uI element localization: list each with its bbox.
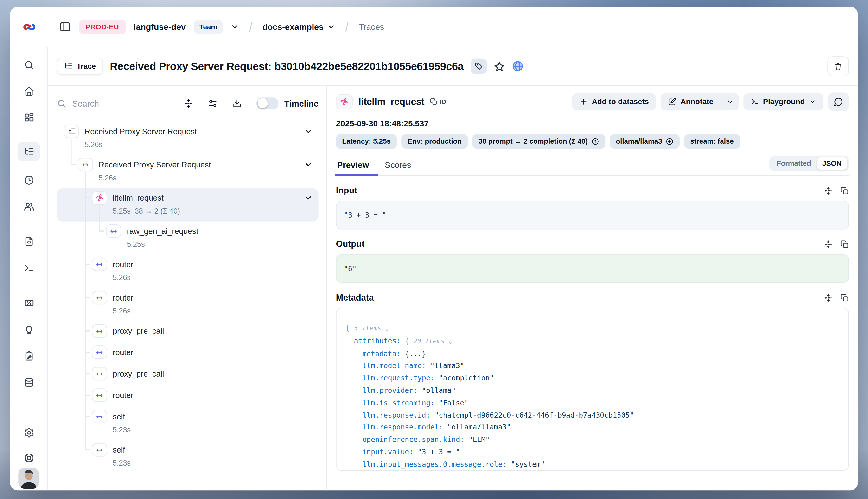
collapse-input-button[interactable] xyxy=(824,186,832,195)
span-search-input[interactable] xyxy=(72,98,134,108)
nav-tracing[interactable] xyxy=(17,142,40,161)
star-icon xyxy=(493,61,505,72)
json-value[interactable]: ⌄ xyxy=(381,325,389,332)
tree-row-router[interactable]: router5.26s xyxy=(57,288,319,321)
tree-row-Received Proxy Server Request[interactable]: Received Proxy Server Request5.26s xyxy=(57,155,319,188)
chevron-down-icon[interactable] xyxy=(304,160,313,169)
copy-input-button[interactable] xyxy=(840,186,849,195)
nav-annotation-queues[interactable] xyxy=(17,347,40,366)
nav-dashboards[interactable] xyxy=(17,108,40,127)
latency-badge[interactable]: Latency: 5.25s xyxy=(336,134,397,149)
tree-row-raw-gen-ai-request[interactable]: raw_gen_ai_request5.25s xyxy=(57,222,319,255)
badge-label: ollama/llama3 xyxy=(616,138,662,146)
format-option-json[interactable]: JSON xyxy=(817,157,847,170)
breadcrumb-section[interactable]: Traces xyxy=(359,22,384,32)
tag-button[interactable] xyxy=(470,59,487,74)
annotate-menu-button[interactable] xyxy=(721,93,739,111)
chevron-down-icon xyxy=(726,98,734,105)
nav-support[interactable] xyxy=(17,448,40,467)
tab-scores[interactable]: Scores xyxy=(384,157,412,175)
nav-playground[interactable] xyxy=(17,258,40,277)
plus-circle-icon[interactable] xyxy=(665,138,673,146)
collapse-metadata-button[interactable] xyxy=(824,293,832,302)
json-line: llm.request.type: "acompletion" xyxy=(345,372,839,385)
org-chevron-down-icon[interactable] xyxy=(231,23,239,31)
tree-row-duration: 5.25s 38 → 2 (Σ 40) xyxy=(113,206,180,217)
comments-button[interactable] xyxy=(828,93,849,111)
trace-type-badge[interactable]: Trace xyxy=(57,58,103,75)
json-value[interactable]: 20 Items xyxy=(413,337,444,345)
json-value: "system" xyxy=(511,460,545,468)
tree-settings-button[interactable] xyxy=(208,98,218,108)
collapse-output-button[interactable] xyxy=(824,240,832,248)
json-key: openinference.span.kind: xyxy=(362,435,468,444)
tree-row-duration: 5.26s xyxy=(99,172,211,184)
json-value[interactable]: 3 Items xyxy=(354,324,381,332)
org-name[interactable]: langfuse-dev xyxy=(134,22,186,32)
copy-output-button[interactable] xyxy=(840,240,849,248)
tree-row-self[interactable]: self5.23s xyxy=(57,407,319,440)
nav-evaluations[interactable] xyxy=(17,293,40,312)
nav-search[interactable] xyxy=(17,55,40,75)
tree-row-router[interactable]: router5.26s xyxy=(57,255,319,288)
badge-label: 38 prompt → 2 completion (Σ 40) xyxy=(478,138,588,146)
trace-icon xyxy=(64,125,79,138)
desktop-background: PROD-EU langfuse-dev Team / docs-example… xyxy=(0,0,868,499)
langfuse-logo[interactable] xyxy=(22,20,36,34)
nav-home[interactable] xyxy=(17,81,40,100)
copy-metadata-button[interactable] xyxy=(840,293,849,302)
trace-tree: Received Proxy Server Request5.26sReceiv… xyxy=(57,122,319,474)
trace-title: Received Proxy Server Request: b3010b422… xyxy=(110,60,464,73)
tree-row-router[interactable]: router xyxy=(57,386,319,407)
download-button[interactable] xyxy=(232,98,242,108)
nav-datasets[interactable] xyxy=(17,373,40,392)
clock-icon xyxy=(23,174,34,185)
collapse-all-button[interactable] xyxy=(184,98,194,108)
stream-badge[interactable]: stream: false xyxy=(684,134,740,149)
format-option-formatted[interactable]: Formatted xyxy=(771,157,817,170)
trash-icon xyxy=(834,62,843,71)
tree-row-proxy-pre-call[interactable]: proxy_pre_call xyxy=(57,321,319,343)
nav-users[interactable] xyxy=(17,197,40,216)
environment-badge[interactable]: PROD-EU xyxy=(79,20,126,34)
tree-row-proxy-pre-call[interactable]: proxy_pre_call xyxy=(57,364,319,386)
user-avatar[interactable] xyxy=(18,468,39,489)
nav-prompts[interactable] xyxy=(17,232,40,251)
json-value[interactable]: ⌄ xyxy=(444,338,452,345)
tree-row-self[interactable]: self5.23s xyxy=(57,440,319,474)
tree-row-label: self xyxy=(113,443,131,457)
copy-id-button[interactable]: ID xyxy=(430,98,446,105)
search-icon xyxy=(23,59,34,70)
project-name: docs-examples xyxy=(262,22,323,32)
env-badge[interactable]: Env: production xyxy=(402,134,468,149)
breadcrumb-project[interactable]: docs-examples xyxy=(262,22,335,32)
add-to-datasets-button[interactable]: Add to datasets xyxy=(572,93,656,111)
tab-preview[interactable]: Preview xyxy=(336,157,370,175)
chevron-down-icon xyxy=(809,98,816,105)
tree-row-litellm-request[interactable]: litellm_request5.25s 38 → 2 (Σ 40) xyxy=(57,188,319,222)
nav-insights[interactable] xyxy=(17,320,40,340)
sidebar-toggle-button[interactable] xyxy=(59,21,71,33)
delete-trace-button[interactable] xyxy=(827,56,849,76)
nav-settings[interactable] xyxy=(17,423,40,442)
list-tree-icon xyxy=(64,62,73,71)
json-key: llm.response.model: xyxy=(362,423,447,431)
model-badge[interactable]: ollama/llama3 xyxy=(610,134,680,149)
bookmark-star-button[interactable] xyxy=(493,61,505,72)
token-usage-badge[interactable]: 38 prompt → 2 completion (Σ 40) xyxy=(472,134,605,149)
annotate-split-button: Annotate xyxy=(661,93,738,111)
span-search[interactable] xyxy=(57,98,169,108)
info-icon[interactable] xyxy=(591,138,599,146)
tree-row-label: proxy_pre_call xyxy=(113,367,164,380)
id-label: ID xyxy=(440,98,446,105)
playground-button[interactable]: Playground xyxy=(743,93,823,111)
chevron-down-icon[interactable] xyxy=(304,127,313,136)
tree-row-router[interactable]: router xyxy=(57,343,319,364)
public-globe-button[interactable] xyxy=(512,60,523,72)
json-line: metadata: {...} xyxy=(345,348,839,360)
nav-sessions[interactable] xyxy=(17,170,40,190)
chevron-down-icon[interactable] xyxy=(304,193,313,202)
annotate-button[interactable]: Annotate xyxy=(661,93,721,111)
timeline-toggle[interactable] xyxy=(257,97,279,109)
tree-row-Received Proxy Server Request[interactable]: Received Proxy Server Request5.26s xyxy=(57,122,319,155)
